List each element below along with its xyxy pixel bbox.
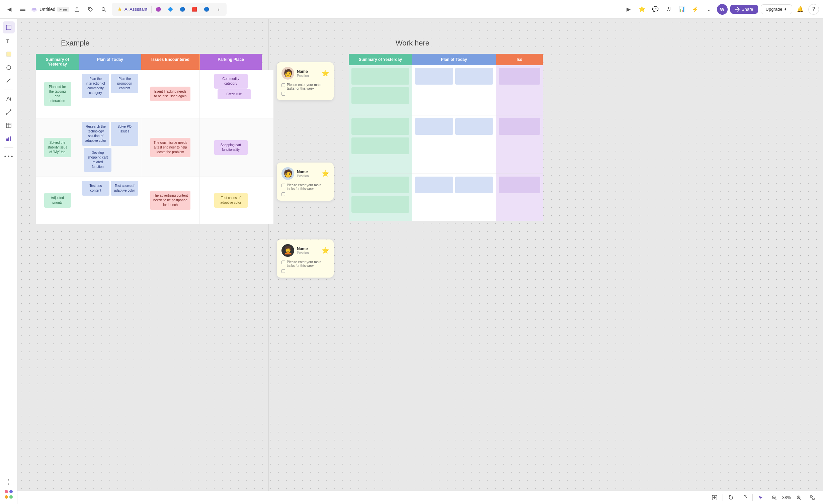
color-dot-purple[interactable]	[9, 490, 13, 493]
menu-button[interactable]	[17, 4, 28, 15]
color-dot-orange[interactable]	[5, 495, 8, 499]
svg-line-26	[775, 498, 776, 500]
note-r3-today-1[interactable]: Test ads content	[82, 181, 109, 196]
user3-star: ⭐	[322, 247, 329, 254]
canvas[interactable]: Example Work here Summary of Yesterday P…	[17, 19, 823, 491]
sidebar-item-frame[interactable]	[3, 21, 15, 33]
col-headers: Summary of Yesterday Plan of Today Issue…	[36, 54, 273, 70]
filter-button[interactable]: ⚡	[690, 4, 701, 15]
ai-label: AI Assistant	[125, 7, 147, 12]
timer-button[interactable]: ⏱	[663, 4, 674, 15]
note-r1-parking-1[interactable]: Commodity category	[214, 74, 248, 89]
sidebar-item-text[interactable]: T	[3, 35, 15, 47]
sidebar-item-pen[interactable]	[3, 75, 15, 87]
user3-checkbox-1[interactable]	[281, 261, 285, 264]
sidebar-item-arrow[interactable]: ↑↓	[3, 476, 15, 488]
color-palette	[5, 490, 13, 493]
note-r2-today-2[interactable]: Solve PO issues	[111, 122, 138, 146]
work-title: Work here	[396, 39, 429, 47]
sidebar-item-sticky[interactable]	[3, 48, 15, 60]
color-dot-pink[interactable]	[5, 490, 8, 493]
sidebar-item-shape[interactable]	[3, 62, 15, 74]
select-tool[interactable]	[755, 492, 766, 503]
notification-button[interactable]: 🔔	[795, 4, 806, 15]
zoom-in-button[interactable]	[794, 492, 804, 503]
tag-button[interactable]	[85, 4, 96, 15]
user2-task: Please enter your main tasks for this we…	[287, 183, 329, 191]
bottom-divider	[723, 494, 723, 501]
user3-position: Position	[297, 251, 309, 255]
note-r1-parking-2[interactable]: Credit rule	[218, 89, 251, 99]
export-button[interactable]	[72, 4, 82, 15]
tool-2[interactable]: 🔷	[165, 4, 176, 15]
user-card-3: 🧑‍🦱 Name Position ⭐ Please enter your ma…	[277, 239, 334, 278]
reaction-button[interactable]: ⭐	[637, 4, 647, 15]
note-r2-parking[interactable]: Shopping cart functionality	[214, 140, 248, 155]
share-label: Share	[742, 7, 753, 12]
play-button[interactable]: ▶	[623, 4, 634, 15]
tool-1[interactable]: 🟣	[153, 4, 164, 15]
undo-button[interactable]	[726, 492, 736, 503]
example-board: Summary of Yesterday Plan of Today Issue…	[36, 54, 273, 224]
note-r2-yesterday[interactable]: Solved the stability issue of "My" tab	[44, 138, 71, 157]
toolbar-center: AI Assistant 🟣 🔷 🔵 🟥 🔵 ‹	[112, 3, 227, 16]
toolbar: ◀ Untitled Free AI Assistant 🟣 🔷 🔵 🟥 🔵	[0, 0, 823, 19]
back-button[interactable]: ◀	[4, 4, 15, 15]
user2-checkbox-1[interactable]	[281, 184, 285, 187]
tool-5[interactable]: 🔵	[201, 4, 212, 15]
upgrade-button[interactable]: Upgrade ✦	[761, 4, 792, 14]
user1-name: Name	[297, 69, 309, 74]
note-r1-issues[interactable]: Event Tracking needs to be discussed aga…	[150, 87, 190, 101]
user-card-1: 🧑 Name Position ⭐ Please enter your main…	[277, 62, 334, 100]
analytics-button[interactable]: 📊	[677, 4, 687, 15]
user1-checkbox-1[interactable]	[281, 83, 285, 87]
svg-rect-33	[813, 498, 814, 500]
svg-rect-9	[7, 26, 10, 29]
note-r3-issues[interactable]: The advertising content needs to be post…	[150, 191, 190, 210]
note-r1-yesterday[interactable]: Planned for the tagging and interaction	[44, 82, 71, 106]
svg-rect-2	[20, 10, 25, 11]
user3-task: Please enter your main tasks for this we…	[287, 260, 329, 268]
color-dot-green[interactable]	[9, 495, 13, 499]
example-title: Example	[61, 39, 90, 47]
user3-checkbox-2[interactable]	[281, 269, 285, 273]
note-r1-today-2[interactable]: Plan the promotion content	[111, 74, 138, 93]
share-button[interactable]: Share	[730, 5, 758, 14]
sidebar-item-more[interactable]: • • •	[3, 150, 15, 163]
sidebar-item-connector[interactable]	[3, 106, 15, 118]
tool-4[interactable]: 🟥	[189, 4, 200, 15]
note-r3-today-2[interactable]: Test cases of adaptive color	[111, 181, 138, 196]
ai-assistant-button[interactable]: AI Assistant	[114, 4, 150, 15]
user2-name: Name	[297, 170, 309, 174]
note-r2-issues[interactable]: The crash issue needs a test engineer to…	[150, 138, 190, 157]
expand-tools[interactable]: ‹	[213, 4, 224, 15]
user2-checkbox-2[interactable]	[281, 192, 285, 196]
sidebar-item-draw[interactable]	[3, 93, 15, 105]
work-board: Summary of Yesterday Plan of Today Iss	[349, 54, 543, 221]
zoom-out-button[interactable]	[769, 492, 779, 503]
svg-rect-0	[20, 8, 25, 8]
more-button[interactable]: ⌄	[704, 4, 714, 15]
help-button[interactable]: ?	[808, 4, 819, 15]
sidebar: T • • • ↑↓	[0, 19, 17, 504]
sidebar-item-table[interactable]	[3, 119, 15, 131]
add-frame-button[interactable]	[709, 492, 720, 503]
bottom-bar: 38%	[17, 491, 823, 504]
note-r3-parking[interactable]: Test cases of adaptive color	[214, 193, 248, 208]
note-r2-today-1[interactable]: Research the technology solution of adap…	[82, 122, 109, 146]
user1-star: ⭐	[322, 70, 329, 77]
note-r2-today-3[interactable]: Develop shopping cart related function	[84, 148, 111, 172]
work-col-headers: Summary of Yesterday Plan of Today Iss	[349, 54, 543, 65]
note-r3-yesterday[interactable]: Adjusted priority	[44, 193, 71, 208]
user1-checkbox-2[interactable]	[281, 92, 285, 96]
tool-3[interactable]: 🔵	[177, 4, 188, 15]
redo-button[interactable]	[739, 492, 750, 503]
free-badge: Free	[57, 7, 69, 12]
sidebar-item-chart[interactable]	[3, 133, 15, 145]
comment-button[interactable]: 💬	[650, 4, 661, 15]
svg-rect-11	[6, 52, 11, 57]
fit-view-button[interactable]	[807, 492, 818, 503]
note-r1-today-1[interactable]: Plan the interaction of commodity catego…	[82, 74, 109, 98]
search-button[interactable]	[98, 4, 109, 15]
user3-name: Name	[297, 246, 309, 251]
